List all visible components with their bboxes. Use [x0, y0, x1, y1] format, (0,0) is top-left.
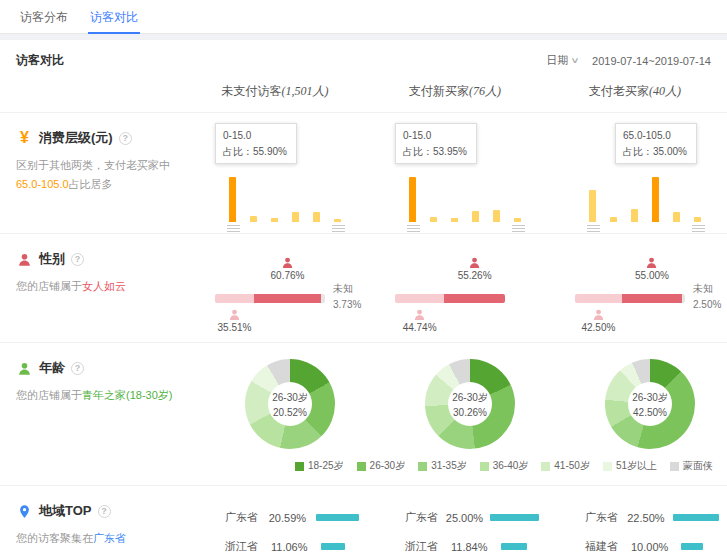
gender-row-title: 性别 ?	[16, 250, 177, 268]
x-axis-tick-label	[407, 225, 420, 233]
age-cell-1: 26-30岁 30.26%	[365, 343, 545, 449]
male-segment	[395, 294, 444, 303]
bar	[250, 216, 257, 222]
gender-chart: 55.26% 44.74%	[395, 256, 555, 342]
row-consume-level: ¥ 消费层级(元) ? 区别于其他两类，支付老买家中 65.0-105.0占比居…	[0, 113, 727, 234]
consume-cell-0: 0-15.0 占比：55.90%	[185, 113, 365, 233]
help-icon[interactable]: ?	[119, 132, 132, 145]
female-icon	[468, 256, 481, 269]
x-axis-tick-label	[332, 225, 345, 233]
male-stat: 44.74%	[403, 308, 437, 333]
map-pin-icon	[16, 503, 33, 520]
region-row-item: 福建省 10.00%	[585, 539, 719, 553]
legend-swatch	[418, 462, 427, 471]
legend-item-5[interactable]: 51岁以上	[603, 459, 657, 473]
consume-barchart	[589, 174, 701, 222]
region-row-item: 浙江省 11.06%	[225, 539, 359, 553]
bar	[631, 209, 638, 222]
region-bar	[501, 543, 527, 550]
date-select[interactable]: 日期 ∨	[546, 53, 578, 68]
date-controls: 日期 ∨ 2019-07-14~2019-07-14	[546, 53, 711, 68]
gender-ratio-bar	[395, 294, 505, 303]
legend-swatch	[670, 462, 679, 471]
legend-swatch	[295, 462, 304, 471]
region-row-item: 浙江省 11.84%	[405, 539, 539, 553]
region-bar	[316, 514, 359, 521]
page-title: 访客对比	[16, 52, 64, 69]
help-icon[interactable]: ?	[98, 505, 111, 518]
female-stat: 55.26%	[458, 256, 492, 281]
visitor-compare-panel: 访客对比 日期 ∨ 2019-07-14~2019-07-14 未支付访客(1,…	[0, 40, 727, 553]
x-axis-labels	[227, 225, 345, 233]
row-gender: 性别 ? 您的店铺属于女人如云 60.76% 35.51%	[0, 234, 727, 343]
region-list: 广东省 25.00% 浙江省 11.84%	[405, 510, 539, 553]
legend-item-6[interactable]: 蒙面侠	[670, 459, 713, 473]
legend-label: 蒙面侠	[683, 459, 713, 473]
region-row-item: 广东省 20.59%	[225, 510, 359, 525]
date-select-label: 日期	[546, 53, 568, 68]
legend-label: 51岁以上	[616, 459, 657, 473]
male-stat: 35.51%	[218, 308, 252, 333]
date-range: 2019-07-14~2019-07-14	[592, 55, 711, 67]
donut-center-label: 26-30岁 20.52%	[245, 359, 335, 449]
bar	[451, 218, 458, 222]
legend-item-2[interactable]: 31-35岁	[418, 459, 467, 473]
consume-barchart	[229, 174, 341, 222]
help-icon[interactable]: ?	[71, 253, 84, 266]
region-bar	[490, 514, 539, 521]
x-axis-tick-label	[512, 225, 525, 233]
female-icon	[645, 256, 658, 269]
donut-center-label: 26-30岁 42.50%	[605, 359, 695, 449]
person-icon	[16, 360, 33, 377]
bar	[313, 212, 320, 222]
age-row-title: 年龄 ?	[16, 359, 177, 377]
age-row-label: 年龄 ? 您的店铺属于青年之家(18-30岁)	[0, 343, 185, 449]
donut-center-label: 26-30岁 30.26%	[425, 359, 515, 449]
chart-tooltip: 65.0-105.0 占比：35.00%	[615, 123, 697, 164]
legend-swatch	[480, 462, 489, 471]
female-segment	[444, 294, 505, 303]
region-cell-2: 广东省 22.50% 福建省 10.00%	[545, 486, 725, 553]
tab-visitor-compare[interactable]: 访客对比	[88, 0, 140, 34]
gender-cell-0: 60.76% 35.51% 未知 3.73%	[185, 234, 365, 342]
gender-chart: 55.00% 42.50% 未知 2.50%	[575, 256, 727, 342]
legend-label: 18-25岁	[308, 459, 344, 473]
x-axis-tick-label	[692, 225, 705, 233]
gender-ratio-bar	[215, 294, 325, 303]
bar	[409, 177, 416, 222]
tab-visitor-distribution[interactable]: 访客分布	[18, 0, 70, 34]
panel-header: 访客对比 日期 ∨ 2019-07-14~2019-07-14	[0, 40, 727, 75]
unknown-segment	[682, 294, 685, 303]
female-segment	[622, 294, 683, 303]
legend-label: 31-35岁	[431, 459, 467, 473]
gender-row-label: 性别 ? 您的店铺属于女人如云	[0, 234, 185, 342]
age-donut-chart: 26-30岁 20.52%	[245, 359, 335, 449]
row-region-top: 地域TOP ? 您的访客聚集在广东省 广东省 20.59% 浙江省 1	[0, 486, 727, 553]
age-donut-chart: 26-30岁 42.50%	[605, 359, 695, 449]
legend-item-0[interactable]: 18-25岁	[295, 459, 344, 473]
legend-item-4[interactable]: 41-50岁	[541, 459, 590, 473]
bar	[271, 218, 278, 222]
gender-chart: 60.76% 35.51% 未知 3.73%	[215, 256, 375, 342]
region-row-desc: 您的访客聚集在广东省	[16, 529, 177, 548]
yen-icon: ¥	[16, 130, 33, 147]
legend-item-3[interactable]: 36-40岁	[480, 459, 529, 473]
legend-item-1[interactable]: 26-30岁	[357, 459, 406, 473]
region-list: 广东省 22.50% 福建省 10.00%	[585, 510, 719, 553]
help-icon[interactable]: ?	[71, 362, 84, 375]
chevron-down-icon: ∨	[570, 56, 579, 65]
consume-row-label: ¥ 消费层级(元) ? 区别于其他两类，支付老买家中 65.0-105.0占比居…	[0, 113, 185, 233]
column-headers: 未支付访客(1,501人) 支付新买家(76人) 支付老买家(40人)	[0, 75, 727, 113]
age-donut-chart: 26-30岁 30.26%	[425, 359, 515, 449]
consume-barchart	[409, 174, 521, 222]
unknown-stat: 未知 2.50%	[693, 281, 721, 313]
bar	[694, 217, 701, 222]
female-segment	[254, 294, 321, 303]
male-segment	[215, 294, 254, 303]
column-header-spacer	[0, 83, 185, 100]
region-bar	[321, 543, 345, 550]
male-icon	[413, 308, 426, 321]
x-axis-tick-label	[587, 225, 600, 233]
female-icon	[281, 256, 294, 269]
gender-cell-2: 55.00% 42.50% 未知 2.50%	[545, 234, 725, 342]
